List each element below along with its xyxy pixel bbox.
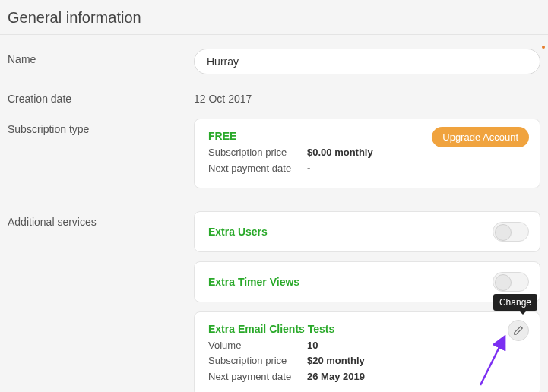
row-creation-date: Creation date 12 Oct 2017 xyxy=(8,88,540,105)
extra-timer-toggle[interactable] xyxy=(493,272,529,292)
content-area: Name Creation date 12 Oct 2017 Subscript… xyxy=(0,35,548,392)
edit-extra-email-button[interactable] xyxy=(508,320,529,341)
extra-email-price-label: Subscription price xyxy=(208,353,307,369)
row-additional-services: Additional services Extra Users Extra Ti… xyxy=(8,211,540,392)
row-subscription-type: Subscription type Upgrade Account FREE S… xyxy=(8,119,540,198)
pencil-icon xyxy=(513,325,524,336)
label-creation-date: Creation date xyxy=(8,88,194,105)
extra-email-volume-value: 10 xyxy=(307,338,318,354)
extra-users-toggle[interactable] xyxy=(493,222,529,242)
label-additional-services: Additional services xyxy=(8,211,194,228)
extra-users-card: Extra Users xyxy=(194,211,540,252)
extra-timer-title: Extra Timer Views xyxy=(208,276,526,288)
extra-timer-card: Extra Timer Views xyxy=(194,261,540,302)
subscription-next-label: Next payment date xyxy=(208,161,307,177)
required-indicator-icon xyxy=(542,46,545,49)
extra-email-next-label: Next payment date xyxy=(208,369,307,385)
label-name: Name xyxy=(8,49,194,65)
subscription-price-label: Subscription price xyxy=(208,145,307,161)
extra-email-title: Extra Email Clients Tests xyxy=(208,323,526,335)
change-tooltip: Change xyxy=(493,294,537,311)
upgrade-account-button[interactable]: Upgrade Account xyxy=(432,127,529,147)
row-name: Name xyxy=(8,49,540,74)
page-title: General information xyxy=(0,0,548,35)
name-input[interactable] xyxy=(194,49,540,74)
subscription-card: Upgrade Account FREE Subscription price … xyxy=(194,119,540,188)
creation-date-value: 12 Oct 2017 xyxy=(194,88,540,105)
label-subscription-type: Subscription type xyxy=(8,119,194,135)
extra-users-title: Extra Users xyxy=(208,226,526,238)
subscription-price-value: $0.00 monthly xyxy=(307,145,373,161)
extra-email-volume-label: Volume xyxy=(208,338,307,354)
subscription-next-value: - xyxy=(307,161,310,177)
extra-email-price-value: $20 monthly xyxy=(307,353,365,369)
extra-email-card: Change Extra Email Clients Tests Volume … xyxy=(194,311,540,392)
extra-email-next-value: 26 May 2019 xyxy=(307,369,365,385)
